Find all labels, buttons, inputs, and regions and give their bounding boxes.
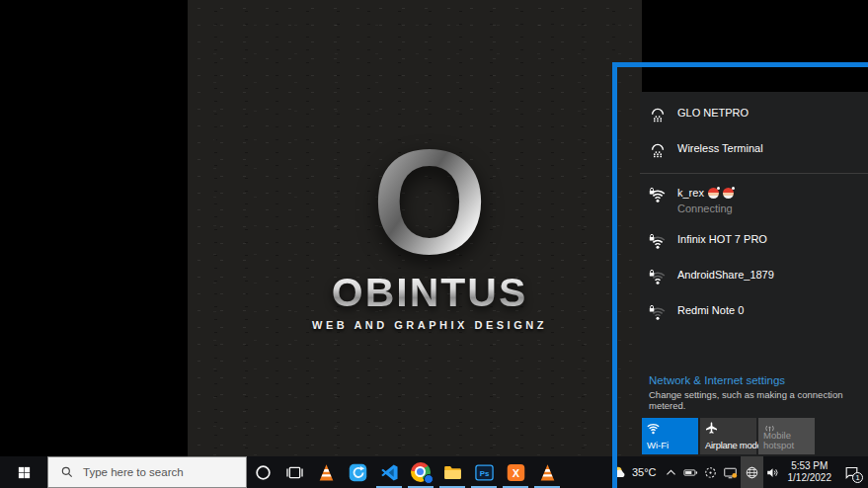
network-settings-caption: Change settings, such as making a connec… — [649, 389, 866, 411]
search-box[interactable]: Type here to search — [47, 456, 247, 488]
network-name: k_rex — [677, 187, 734, 200]
quick-action-label: Airplane mode — [705, 441, 755, 451]
network-item[interactable]: k_rexConnecting — [640, 178, 868, 224]
clock-date: 1/12/2022 — [788, 472, 832, 485]
taskbar-app-vlc[interactable] — [310, 456, 342, 488]
clock-time: 5:53 PM — [788, 460, 832, 473]
logo-letter: O — [252, 140, 607, 265]
taskbar: Type here to search PsX 35°C 5:53 PM 1/1… — [0, 456, 868, 488]
weather-button[interactable]: 35°C — [606, 456, 662, 488]
taskbar-app-file-explorer[interactable] — [436, 456, 468, 488]
wifi-secure-icon — [649, 304, 667, 322]
display-alert-icon — [723, 465, 738, 480]
chevron-up-button[interactable] — [662, 456, 681, 488]
hotspot-icon — [649, 142, 667, 160]
windows-logo-icon — [17, 465, 32, 480]
wifi-secure-icon — [649, 233, 667, 251]
taskbar-app-vlc[interactable] — [531, 456, 563, 488]
globe-icon — [745, 465, 759, 480]
display-alert-button[interactable] — [721, 456, 741, 488]
search-placeholder: Type here to search — [83, 466, 184, 478]
weather-sun-cloud-icon — [611, 464, 628, 481]
vlc-icon — [537, 462, 558, 483]
svg-text:Ps: Ps — [479, 468, 489, 477]
speaker-button[interactable] — [763, 456, 783, 488]
system-tray: 35°C 5:53 PM 1/12/2022 1 — [606, 456, 868, 488]
globe-button[interactable] — [741, 456, 763, 488]
chevron-up-icon — [664, 465, 678, 480]
flyout-footer: Network & Internet settings Change setti… — [640, 374, 868, 456]
network-item[interactable]: Wireless Terminal — [640, 133, 868, 169]
tray-icons — [662, 456, 783, 488]
search-icon — [60, 465, 74, 479]
brand-tagline: WEB AND GRAPHIX DESIGNZ — [252, 319, 607, 331]
wallpaper-logo: O OBINTUS WEB AND GRAPHIX DESIGNZ — [252, 140, 607, 331]
xampp-icon: X — [506, 462, 526, 483]
network-settings-link[interactable]: Network & Internet settings — [649, 374, 866, 386]
network-name: Infinix HOT 7 PRO — [677, 233, 767, 246]
clock[interactable]: 5:53 PM 1/12/2022 — [783, 460, 837, 485]
vlc-icon — [316, 462, 337, 483]
quick-actions: Wi-FiAirplane modeMobile hotspot — [642, 418, 866, 454]
wifi-icon — [646, 421, 661, 436]
taskbar-app-chrome[interactable] — [405, 456, 436, 488]
network-item[interactable]: GLO NETPRO — [640, 98, 868, 133]
quick-action-wi-fi[interactable]: Wi-Fi — [642, 418, 698, 454]
network-list: GLO NETPROWireless Terminalk_rexConnecti… — [640, 92, 868, 331]
network-status: Connecting — [677, 203, 734, 215]
battery-icon — [683, 465, 698, 480]
taskbar-app-vs-code[interactable] — [373, 456, 405, 488]
taskbar-apps: PsX — [310, 456, 563, 488]
santa-emoji — [708, 188, 719, 199]
start-button[interactable] — [0, 456, 47, 488]
speaker-icon — [765, 465, 780, 480]
battery-button[interactable] — [681, 456, 701, 488]
network-item[interactable]: Infinix HOT 7 PRO — [640, 224, 868, 260]
cortana-icon — [254, 463, 273, 482]
taskbar-app-shareit[interactable] — [342, 456, 373, 488]
hotspot-icon — [649, 107, 667, 124]
santa-emoji — [723, 188, 734, 199]
temperature: 35°C — [632, 466, 657, 478]
desktop: O OBINTUS WEB AND GRAPHIX DESIGNZ GLO NE… — [0, 0, 868, 488]
network-name: Redmi Note 0 — [677, 304, 744, 317]
taskbar-app-xampp[interactable]: X — [500, 456, 531, 488]
task-view-icon — [285, 463, 304, 482]
chrome-icon — [411, 462, 432, 483]
shareit-icon — [348, 462, 368, 483]
quick-action-label: Wi-Fi — [647, 441, 697, 451]
wifi-secure-icon — [649, 269, 667, 286]
network-item[interactable]: AndroidShare_1879 — [640, 260, 868, 295]
sync-button[interactable] — [701, 456, 721, 488]
network-list-divider — [640, 173, 868, 174]
airplane-icon — [704, 421, 719, 436]
quick-action-mobile-hotspot[interactable]: Mobile hotspot — [758, 418, 815, 454]
notification-badge: 1 — [852, 472, 863, 483]
vscode-icon — [379, 462, 400, 483]
wifi-secure-icon — [649, 187, 667, 204]
network-name: AndroidShare_1879 — [677, 269, 774, 282]
cortana-button[interactable] — [247, 456, 278, 488]
action-center-button[interactable]: 1 — [836, 456, 866, 488]
photoshop-icon: Ps — [474, 462, 495, 483]
network-flyout: GLO NETPROWireless Terminalk_rexConnecti… — [640, 92, 868, 456]
quick-action-airplane-mode[interactable]: Airplane mode — [700, 418, 756, 454]
explorer-icon — [442, 462, 463, 483]
network-name: GLO NETPRO — [677, 107, 749, 120]
network-item[interactable]: Redmi Note 0 — [640, 295, 868, 331]
sync-icon — [703, 465, 718, 480]
svg-text:X: X — [512, 466, 519, 478]
task-view-button[interactable] — [278, 456, 310, 488]
quick-action-label: Mobile hotspot — [763, 431, 814, 451]
network-name: Wireless Terminal — [677, 142, 763, 155]
taskbar-app-photoshop[interactable]: Ps — [468, 456, 500, 488]
brand-name: OBINTUS — [252, 273, 607, 313]
